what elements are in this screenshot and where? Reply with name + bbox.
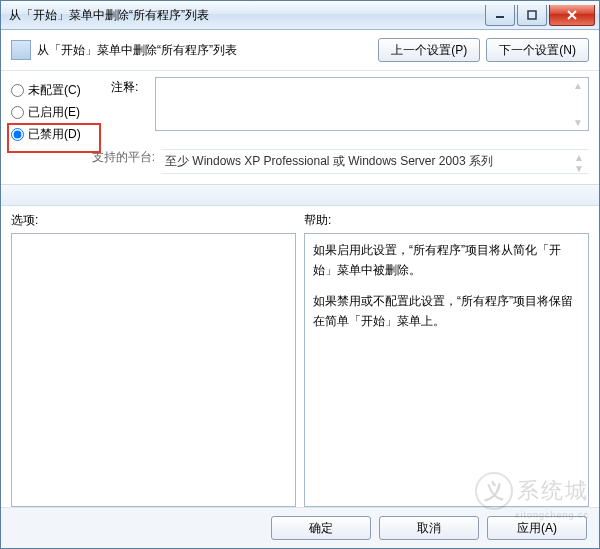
lower-panels: 选项: 帮助: 如果启用此设置，“所有程序”项目将从简化「开始」菜单中被删除。 …	[1, 206, 599, 507]
radio-not-configured[interactable]: 未配置(C)	[11, 79, 111, 101]
comment-label: 注释:	[111, 77, 155, 145]
nav-buttons: 上一个设置(P) 下一个设置(N)	[378, 38, 589, 62]
radio-enabled[interactable]: 已启用(E)	[11, 101, 111, 123]
maximize-button[interactable]	[517, 5, 547, 26]
next-setting-button[interactable]: 下一个设置(N)	[486, 38, 589, 62]
radio-enabled-input[interactable]	[11, 106, 24, 119]
radio-disabled[interactable]: 已禁用(D)	[11, 123, 111, 145]
dialog-content: 从「开始」菜单中删除“所有程序”列表 上一个设置(P) 下一个设置(N) 未配置…	[1, 30, 599, 548]
config-area: 未配置(C) 已启用(E) 已禁用(D) 注释: ▲▼	[1, 77, 599, 149]
apply-button[interactable]: 应用(A)	[487, 516, 587, 540]
options-column: 选项:	[11, 212, 296, 507]
prev-setting-button[interactable]: 上一个设置(P)	[378, 38, 480, 62]
svg-rect-1	[528, 11, 536, 19]
supported-platform-value: 至少 Windows XP Professional 或 Windows Ser…	[161, 149, 589, 174]
options-panel[interactable]	[11, 233, 296, 507]
radio-not-configured-label: 未配置(C)	[28, 82, 81, 99]
ok-button[interactable]: 确定	[271, 516, 371, 540]
scroll-hint: ▲▼	[570, 80, 586, 128]
dialog-window: 从「开始」菜单中删除“所有程序”列表 从「开始」菜单中删除“所有程序”列表 上一…	[0, 0, 600, 549]
supported-platform-row: 支持的平台: 至少 Windows XP Professional 或 Wind…	[1, 149, 599, 178]
state-radio-group: 未配置(C) 已启用(E) 已禁用(D)	[11, 77, 111, 145]
minimize-button[interactable]	[485, 5, 515, 26]
help-text: 如果启用此设置，“所有程序”项目将从简化「开始」菜单中被删除。 如果禁用或不配置…	[305, 234, 588, 348]
help-panel: 如果启用此设置，“所有程序”项目将从简化「开始」菜单中被删除。 如果禁用或不配置…	[304, 233, 589, 507]
help-column: 帮助: 如果启用此设置，“所有程序”项目将从简化「开始」菜单中被删除。 如果禁用…	[304, 212, 589, 507]
radio-disabled-label: 已禁用(D)	[28, 126, 81, 143]
help-paragraph: 如果启用此设置，“所有程序”项目将从简化「开始」菜单中被删除。	[313, 240, 580, 281]
window-controls	[483, 5, 595, 25]
policy-title: 从「开始」菜单中删除“所有程序”列表	[37, 42, 378, 59]
radio-enabled-label: 已启用(E)	[28, 104, 80, 121]
supported-platform-label: 支持的平台:	[11, 149, 161, 166]
radio-not-configured-input[interactable]	[11, 84, 24, 97]
help-label: 帮助:	[304, 212, 589, 229]
comment-column: 注释: ▲▼	[111, 77, 589, 145]
header-row: 从「开始」菜单中删除“所有程序”列表 上一个设置(P) 下一个设置(N)	[1, 30, 599, 66]
help-paragraph: 如果禁用或不配置此设置，“所有程序”项目将保留在简单「开始」菜单上。	[313, 291, 580, 332]
options-label: 选项:	[11, 212, 296, 229]
radio-disabled-input[interactable]	[11, 128, 24, 141]
title-bar: 从「开始」菜单中删除“所有程序”列表	[1, 1, 599, 30]
window-title: 从「开始」菜单中删除“所有程序”列表	[9, 7, 483, 24]
separator	[1, 70, 599, 71]
close-button[interactable]	[549, 5, 595, 26]
policy-icon	[11, 40, 31, 60]
dialog-footer: 确定 取消 应用(A)	[1, 507, 599, 548]
scroll-hint: ▲▼	[571, 152, 587, 171]
cancel-button[interactable]: 取消	[379, 516, 479, 540]
comment-textarea[interactable]: ▲▼	[155, 77, 589, 131]
section-divider	[1, 184, 599, 206]
